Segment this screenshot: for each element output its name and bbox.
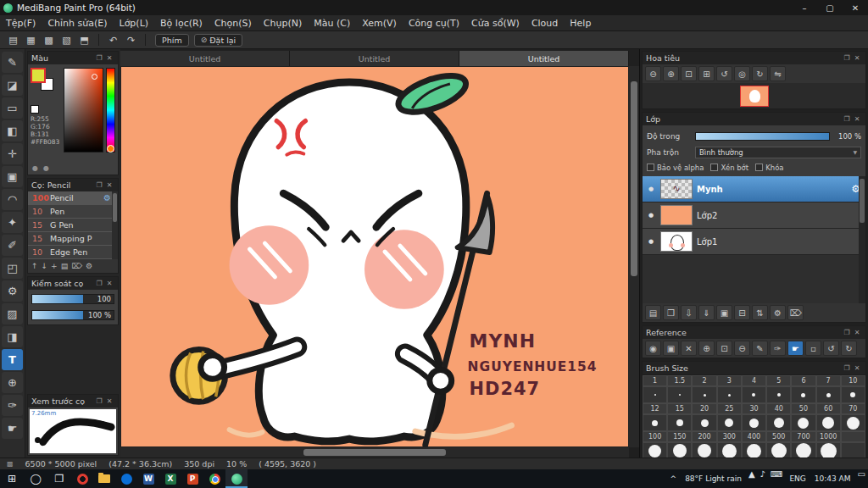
- brush-size-label[interactable]: 3: [717, 375, 742, 386]
- close-panel-icon[interactable]: ✕: [852, 54, 862, 62]
- reset-view-icon[interactable]: ◎: [734, 66, 750, 81]
- marquee-tool-icon[interactable]: ▣: [2, 166, 23, 187]
- ref-eyedropper-icon[interactable]: ✑: [770, 341, 786, 356]
- blend-mode-select[interactable]: Bình thường ▼: [695, 147, 861, 158]
- transfer-layer-icon[interactable]: ⇩: [681, 305, 697, 320]
- brush-size-label[interactable]: 40: [766, 403, 791, 414]
- menu-filter[interactable]: Bộ lọc(R): [154, 15, 209, 31]
- layer-list-scrollbar[interactable]: [859, 176, 865, 303]
- flip-horizontal-icon[interactable]: ⇋: [770, 66, 786, 81]
- brush-size-dot[interactable]: [742, 386, 766, 403]
- brush-size-dot[interactable]: [791, 414, 815, 431]
- save-icon[interactable]: ▦: [23, 33, 39, 47]
- close-panel-icon[interactable]: ✕: [852, 329, 862, 336]
- brush-size-label[interactable]: 10: [841, 375, 865, 386]
- brush-settings-icon[interactable]: ⚙: [86, 262, 92, 270]
- tab-untitled-2[interactable]: Untitled: [290, 51, 459, 66]
- foreground-color-swatch[interactable]: [31, 68, 46, 83]
- tab-untitled-1[interactable]: Untitled: [120, 51, 290, 66]
- navigator-thumbnail[interactable]: [740, 86, 769, 107]
- layer-folder-icon[interactable]: ▣: [716, 305, 732, 320]
- delete-layer-icon[interactable]: ⌦: [787, 305, 804, 320]
- ref-zoom-in-icon[interactable]: ⊕: [698, 341, 715, 356]
- brush-size-label[interactable]: 300: [717, 431, 742, 442]
- search-icon[interactable]: ◯: [24, 469, 47, 488]
- gradient-tool-icon[interactable]: ▨: [2, 303, 23, 324]
- float-panel-icon[interactable]: ❐: [842, 54, 852, 62]
- float-panel-icon[interactable]: ❐: [94, 181, 104, 189]
- brush-size-label[interactable]: 1.5: [667, 375, 692, 386]
- ref-zoom-out-icon[interactable]: ⊖: [734, 341, 750, 356]
- clock[interactable]: 10:43 AM: [810, 469, 855, 488]
- menu-tools[interactable]: Công cụ(T): [403, 15, 465, 31]
- brush-size-dot[interactable]: [841, 414, 865, 431]
- file-explorer-icon[interactable]: [93, 469, 115, 488]
- layer-row-mynh[interactable]: ● Mynh ⚙: [643, 176, 865, 202]
- brush-size-dot[interactable]: [816, 442, 841, 459]
- palette-mode-icon[interactable]: ●: [43, 164, 49, 172]
- layer-visibility-icon[interactable]: ●: [646, 238, 656, 245]
- float-panel-icon[interactable]: ❐: [94, 280, 104, 287]
- brush-size-dot[interactable]: [791, 386, 815, 403]
- close-panel-icon[interactable]: ✕: [104, 397, 114, 405]
- layout-right-icon[interactable]: ⬒: [76, 33, 92, 47]
- brush-size-label[interactable]: 4: [742, 375, 766, 386]
- brush-size-label[interactable]: 150: [667, 431, 692, 442]
- eye-icon[interactable]: ◉: [645, 341, 661, 356]
- brush-size-dot[interactable]: [717, 442, 742, 459]
- merge-layer-icon[interactable]: ⇓: [698, 305, 715, 320]
- fit-window-icon[interactable]: ⊡: [681, 66, 697, 81]
- brush-size-dot[interactable]: [742, 414, 766, 431]
- clipping-checkbox[interactable]: Xén bớt: [710, 164, 748, 172]
- float-panel-icon[interactable]: ❐: [842, 329, 852, 336]
- volume-icon[interactable]: ♪: [758, 469, 768, 488]
- float-panel-icon[interactable]: ❐: [94, 54, 104, 62]
- brush-size-dot[interactable]: [667, 442, 692, 459]
- brush-size-dot[interactable]: [692, 442, 716, 459]
- brush-size-label[interactable]: 30: [742, 403, 766, 414]
- brush-size-dot[interactable]: [791, 442, 815, 459]
- clipping-icon[interactable]: ⊟: [734, 305, 750, 320]
- brush-size-dot[interactable]: [667, 386, 692, 403]
- hue-slider[interactable]: [106, 68, 115, 152]
- canvas-artwork[interactable]: MYNH NGUYENHUE154 HD247: [120, 66, 629, 447]
- maximize-button[interactable]: ▢: [817, 0, 843, 15]
- bucket-tool-icon[interactable]: ◨: [2, 326, 23, 347]
- word-icon[interactable]: W: [137, 469, 159, 488]
- brush-size-label[interactable]: 50: [791, 403, 815, 414]
- close-panel-icon[interactable]: ✕: [104, 181, 114, 189]
- move-brush-down-icon[interactable]: ↓: [42, 262, 48, 270]
- hand-tool-icon[interactable]: ☛: [2, 418, 23, 439]
- fill-tool-icon[interactable]: ◧: [2, 120, 23, 141]
- layout-left-icon[interactable]: ▧: [58, 33, 75, 47]
- protect-alpha-checkbox[interactable]: Bảo vệ alpha: [647, 164, 704, 172]
- zoom-tool-icon[interactable]: ⊕: [2, 372, 23, 393]
- eyedropper-tool-icon[interactable]: ✑: [2, 395, 23, 416]
- excel-icon[interactable]: X: [159, 469, 181, 488]
- duplicate-brush-icon[interactable]: ▤: [61, 262, 69, 270]
- brush-size-label[interactable]: 500: [766, 431, 791, 442]
- blue-app-icon[interactable]: [115, 469, 137, 488]
- brush-size-label[interactable]: 7: [816, 375, 841, 386]
- brush-size-label[interactable]: 200: [692, 431, 716, 442]
- ref-rotate-cw-icon[interactable]: ↻: [841, 341, 857, 356]
- tab-untitled-3[interactable]: Untitled: [459, 51, 629, 66]
- operation-tool-icon[interactable]: ⚙: [2, 280, 23, 302]
- weather-status[interactable]: 88°F Light rain: [681, 469, 746, 488]
- brush-size-label[interactable]: 2: [692, 375, 716, 386]
- notification-center-icon[interactable]: ▭: [855, 469, 868, 488]
- close-panel-icon[interactable]: ✕: [852, 364, 862, 372]
- layer-row-lop1[interactable]: ● Lớp1: [643, 229, 865, 255]
- close-panel-icon[interactable]: ✕: [852, 115, 862, 123]
- color-wheel-mode-icon[interactable]: ●: [32, 164, 38, 172]
- brush-size-dot[interactable]: [643, 414, 667, 431]
- brush-opacity-slider[interactable]: 100 %: [31, 310, 114, 320]
- lock-checkbox[interactable]: Khóa: [755, 164, 783, 172]
- brush-row-pencil[interactable]: 100 Pencil ⚙: [28, 191, 118, 205]
- menu-edit[interactable]: Chỉnh sửa(E): [42, 15, 113, 31]
- add-brush-icon[interactable]: +: [51, 262, 58, 270]
- brush-list-scrollbar[interactable]: [112, 191, 118, 259]
- brush-size-label[interactable]: 400: [742, 431, 766, 442]
- open-reference-icon[interactable]: ▣: [663, 341, 679, 356]
- brush-size-label[interactable]: 70: [841, 403, 865, 414]
